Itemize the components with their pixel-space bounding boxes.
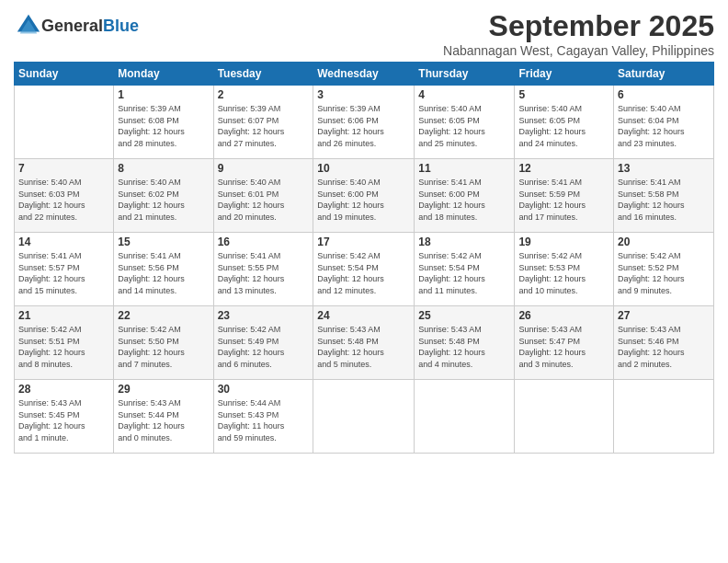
day-detail: Sunrise: 5:42 AM Sunset: 5:54 PM Dayligh… — [317, 250, 410, 296]
calendar-cell: 16Sunrise: 5:41 AM Sunset: 5:55 PM Dayli… — [213, 233, 313, 306]
calendar-cell: 7Sunrise: 5:40 AM Sunset: 6:03 PM Daylig… — [15, 159, 114, 233]
subtitle: Nabannagan West, Cagayan Valley, Philipp… — [443, 43, 714, 58]
day-number: 26 — [518, 309, 609, 322]
weekday-thursday: Thursday — [415, 63, 515, 86]
calendar-cell: 30Sunrise: 5:44 AM Sunset: 5:43 PM Dayli… — [213, 380, 313, 454]
calendar-week-4: 21Sunrise: 5:42 AM Sunset: 5:51 PM Dayli… — [15, 306, 714, 380]
calendar-cell: 24Sunrise: 5:43 AM Sunset: 5:48 PM Dayli… — [313, 306, 415, 380]
day-detail: Sunrise: 5:43 AM Sunset: 5:47 PM Dayligh… — [518, 324, 609, 370]
calendar-table: Sunday Monday Tuesday Wednesday Thursday… — [14, 62, 714, 454]
day-detail: Sunrise: 5:41 AM Sunset: 5:57 PM Dayligh… — [18, 250, 109, 296]
header: GeneralBlue September 2025 Nabannagan We… — [14, 9, 714, 58]
day-number: 19 — [518, 236, 609, 248]
weekday-saturday: Saturday — [614, 63, 714, 86]
day-number: 3 — [317, 88, 410, 101]
logo: GeneralBlue — [14, 13, 139, 39]
logo-blue: Blue — [103, 17, 139, 35]
day-detail: Sunrise: 5:39 AM Sunset: 6:06 PM Dayligh… — [317, 103, 410, 149]
day-number: 11 — [418, 162, 510, 175]
day-detail: Sunrise: 5:40 AM Sunset: 6:00 PM Dayligh… — [317, 177, 410, 223]
month-title: September 2025 — [443, 9, 714, 43]
weekday-monday: Monday — [114, 63, 213, 86]
calendar-cell: 17Sunrise: 5:42 AM Sunset: 5:54 PM Dayli… — [313, 233, 415, 306]
calendar-cell: 22Sunrise: 5:42 AM Sunset: 5:50 PM Dayli… — [114, 306, 213, 380]
calendar-cell: 4Sunrise: 5:40 AM Sunset: 6:05 PM Daylig… — [415, 86, 515, 159]
title-area: September 2025 Nabannagan West, Cagayan … — [443, 9, 714, 58]
calendar-week-2: 7Sunrise: 5:40 AM Sunset: 6:03 PM Daylig… — [15, 159, 714, 233]
day-detail: Sunrise: 5:42 AM Sunset: 5:53 PM Dayligh… — [518, 250, 609, 296]
calendar-cell: 12Sunrise: 5:41 AM Sunset: 5:59 PM Dayli… — [515, 159, 614, 233]
calendar-cell: 8Sunrise: 5:40 AM Sunset: 6:02 PM Daylig… — [114, 159, 213, 233]
day-number: 17 — [317, 236, 410, 248]
calendar-cell: 13Sunrise: 5:41 AM Sunset: 5:58 PM Dayli… — [614, 159, 714, 233]
calendar-cell: 1Sunrise: 5:39 AM Sunset: 6:08 PM Daylig… — [114, 86, 213, 159]
weekday-tuesday: Tuesday — [213, 63, 313, 86]
calendar-cell: 3Sunrise: 5:39 AM Sunset: 6:06 PM Daylig… — [313, 86, 415, 159]
day-number: 5 — [518, 88, 609, 101]
weekday-sunday: Sunday — [15, 63, 114, 86]
day-number: 13 — [618, 162, 710, 175]
day-number: 21 — [18, 309, 109, 322]
weekday-friday: Friday — [515, 63, 614, 86]
calendar-cell: 6Sunrise: 5:40 AM Sunset: 6:04 PM Daylig… — [614, 86, 714, 159]
day-number: 6 — [618, 88, 710, 101]
day-detail: Sunrise: 5:43 AM Sunset: 5:45 PM Dayligh… — [18, 397, 109, 443]
logo-icon — [16, 13, 41, 39]
day-number: 12 — [518, 162, 609, 175]
day-number: 2 — [218, 88, 310, 101]
calendar-body: 1Sunrise: 5:39 AM Sunset: 6:08 PM Daylig… — [15, 86, 714, 454]
day-number: 16 — [218, 236, 310, 248]
day-number: 27 — [618, 309, 710, 322]
day-number: 25 — [418, 309, 510, 322]
calendar-cell: 9Sunrise: 5:40 AM Sunset: 6:01 PM Daylig… — [213, 159, 313, 233]
day-number: 18 — [418, 236, 510, 248]
day-detail: Sunrise: 5:43 AM Sunset: 5:48 PM Dayligh… — [317, 324, 410, 370]
calendar-cell: 28Sunrise: 5:43 AM Sunset: 5:45 PM Dayli… — [15, 380, 114, 454]
day-detail: Sunrise: 5:42 AM Sunset: 5:50 PM Dayligh… — [118, 324, 209, 370]
day-number: 29 — [118, 383, 209, 396]
day-detail: Sunrise: 5:42 AM Sunset: 5:51 PM Dayligh… — [18, 324, 109, 370]
calendar-cell — [313, 380, 415, 454]
calendar-cell: 26Sunrise: 5:43 AM Sunset: 5:47 PM Dayli… — [515, 306, 614, 380]
calendar-cell: 19Sunrise: 5:42 AM Sunset: 5:53 PM Dayli… — [515, 233, 614, 306]
day-detail: Sunrise: 5:42 AM Sunset: 5:54 PM Dayligh… — [418, 250, 510, 296]
day-number: 22 — [118, 309, 209, 322]
calendar-cell: 5Sunrise: 5:40 AM Sunset: 6:05 PM Daylig… — [515, 86, 614, 159]
calendar-cell: 21Sunrise: 5:42 AM Sunset: 5:51 PM Dayli… — [15, 306, 114, 380]
calendar-cell: 29Sunrise: 5:43 AM Sunset: 5:44 PM Dayli… — [114, 380, 213, 454]
day-number: 7 — [18, 162, 109, 175]
day-detail: Sunrise: 5:40 AM Sunset: 6:03 PM Dayligh… — [18, 177, 109, 223]
day-detail: Sunrise: 5:40 AM Sunset: 6:05 PM Dayligh… — [518, 103, 609, 149]
calendar-week-1: 1Sunrise: 5:39 AM Sunset: 6:08 PM Daylig… — [15, 86, 714, 159]
day-detail: Sunrise: 5:41 AM Sunset: 5:56 PM Dayligh… — [118, 250, 209, 296]
day-detail: Sunrise: 5:44 AM Sunset: 5:43 PM Dayligh… — [218, 397, 310, 443]
day-number: 15 — [118, 236, 209, 248]
weekday-wednesday: Wednesday — [313, 63, 415, 86]
logo-general: General — [41, 17, 103, 35]
calendar-week-3: 14Sunrise: 5:41 AM Sunset: 5:57 PM Dayli… — [15, 233, 714, 306]
calendar-cell: 25Sunrise: 5:43 AM Sunset: 5:48 PM Dayli… — [415, 306, 515, 380]
calendar-cell: 20Sunrise: 5:42 AM Sunset: 5:52 PM Dayli… — [614, 233, 714, 306]
day-number: 30 — [218, 383, 310, 396]
day-detail: Sunrise: 5:43 AM Sunset: 5:44 PM Dayligh… — [118, 397, 209, 443]
day-number: 9 — [218, 162, 310, 175]
day-number: 1 — [118, 88, 209, 101]
day-detail: Sunrise: 5:41 AM Sunset: 5:59 PM Dayligh… — [518, 177, 609, 223]
calendar-cell: 15Sunrise: 5:41 AM Sunset: 5:56 PM Dayli… — [114, 233, 213, 306]
day-number: 8 — [118, 162, 209, 175]
calendar-header: Sunday Monday Tuesday Wednesday Thursday… — [15, 63, 714, 86]
day-detail: Sunrise: 5:42 AM Sunset: 5:49 PM Dayligh… — [218, 324, 310, 370]
day-detail: Sunrise: 5:40 AM Sunset: 6:01 PM Dayligh… — [218, 177, 310, 223]
day-number: 14 — [18, 236, 109, 248]
day-detail: Sunrise: 5:39 AM Sunset: 6:08 PM Dayligh… — [118, 103, 209, 149]
day-detail: Sunrise: 5:43 AM Sunset: 5:48 PM Dayligh… — [418, 324, 510, 370]
day-detail: Sunrise: 5:43 AM Sunset: 5:46 PM Dayligh… — [618, 324, 710, 370]
calendar-cell: 27Sunrise: 5:43 AM Sunset: 5:46 PM Dayli… — [614, 306, 714, 380]
calendar-cell — [614, 380, 714, 454]
calendar-cell: 23Sunrise: 5:42 AM Sunset: 5:49 PM Dayli… — [213, 306, 313, 380]
day-detail: Sunrise: 5:42 AM Sunset: 5:52 PM Dayligh… — [618, 250, 710, 296]
day-detail: Sunrise: 5:41 AM Sunset: 6:00 PM Dayligh… — [418, 177, 510, 223]
day-number: 28 — [18, 383, 109, 396]
calendar-cell — [415, 380, 515, 454]
calendar-cell: 14Sunrise: 5:41 AM Sunset: 5:57 PM Dayli… — [15, 233, 114, 306]
